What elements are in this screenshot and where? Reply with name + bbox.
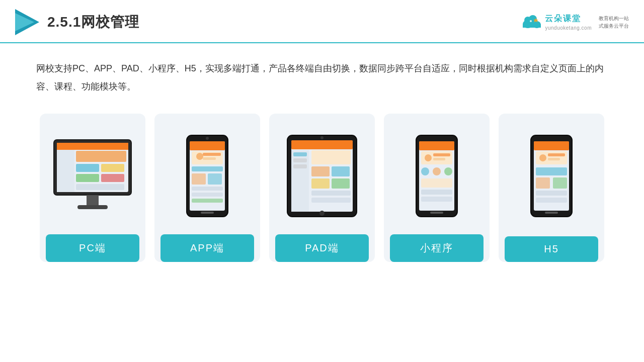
pc-card: PC端 — [40, 114, 145, 262]
pad-tablet-icon — [284, 133, 360, 219]
svg-rect-14 — [76, 164, 99, 172]
svg-rect-33 — [192, 193, 223, 197]
svg-rect-63 — [421, 178, 452, 188]
h5-card: H5 — [499, 114, 604, 262]
svg-rect-27 — [203, 153, 221, 156]
page-title: 2.5.1网校管理 — [47, 13, 139, 32]
h5-label: H5 — [505, 236, 598, 262]
logo-arrow-icon — [15, 9, 39, 35]
svg-rect-31 — [208, 173, 222, 185]
device-cards-container: PC端 — [0, 106, 644, 277]
svg-point-57 — [425, 154, 432, 161]
svg-rect-39 — [291, 140, 353, 149]
brand-area: 云朵课堂 yunduoketang.com 教育机构一站 式服务云平台 — [521, 14, 629, 31]
pc-monitor-icon — [50, 136, 135, 216]
svg-point-60 — [421, 167, 429, 175]
svg-rect-41 — [293, 152, 307, 156]
svg-rect-28 — [203, 157, 216, 160]
brand-url: yunduoketang.com — [545, 25, 592, 31]
pc-label: PC端 — [46, 234, 139, 262]
svg-rect-48 — [332, 178, 350, 189]
brand-slogan: 教育机构一站 式服务云平台 — [599, 15, 629, 30]
svg-rect-29 — [192, 166, 223, 171]
svg-rect-42 — [293, 158, 307, 162]
svg-point-72 — [539, 154, 546, 161]
svg-rect-43 — [293, 164, 307, 168]
svg-rect-66 — [430, 212, 443, 214]
miniprogram-phone-icon — [414, 133, 459, 219]
app-card: APP端 — [154, 114, 260, 262]
brand-logo: 云朵课堂 yunduoketang.com 教育机构一站 式服务云平台 — [521, 14, 629, 31]
h5-image-area — [505, 126, 598, 226]
brand-name: 云朵课堂 — [545, 14, 581, 24]
pc-image-area — [46, 126, 139, 226]
svg-rect-47 — [311, 178, 330, 189]
svg-point-26 — [196, 153, 203, 160]
svg-rect-77 — [553, 177, 567, 189]
svg-rect-58 — [433, 153, 450, 156]
miniprogram-card: 小程序 — [384, 114, 490, 262]
svg-rect-64 — [421, 190, 452, 195]
svg-rect-78 — [536, 191, 567, 196]
svg-rect-65 — [421, 197, 452, 202]
svg-rect-20 — [77, 205, 108, 209]
cloud-icon — [521, 15, 542, 29]
svg-rect-45 — [311, 166, 330, 176]
svg-rect-13 — [76, 151, 126, 162]
svg-rect-16 — [76, 174, 99, 182]
miniprogram-label: 小程序 — [390, 234, 484, 262]
svg-point-23 — [206, 137, 209, 140]
svg-rect-30 — [192, 173, 206, 185]
svg-rect-54 — [428, 136, 445, 140]
svg-rect-50 — [311, 198, 351, 203]
miniprogram-image-area — [390, 126, 484, 226]
description-text: 网校支持PC、APP、PAD、小程序、H5，实现多端打通，产品各终端自由切换，数… — [0, 43, 644, 106]
svg-rect-44 — [311, 150, 351, 164]
svg-rect-49 — [311, 191, 351, 196]
svg-point-8 — [530, 20, 532, 22]
svg-rect-70 — [534, 141, 569, 150]
description-content: 网校支持PC、APP、PAD、小程序、H5，实现多端打通，产品各终端自由切换，数… — [36, 63, 604, 92]
pad-card: PAD端 — [269, 114, 375, 262]
svg-rect-80 — [545, 212, 558, 214]
svg-point-38 — [320, 136, 324, 139]
h5-phone-icon — [529, 133, 574, 219]
svg-rect-75 — [536, 167, 567, 175]
app-image-area — [160, 126, 254, 226]
svg-rect-11 — [57, 143, 128, 150]
app-label: APP端 — [160, 234, 254, 262]
svg-rect-73 — [548, 153, 565, 156]
svg-rect-15 — [101, 164, 124, 172]
svg-rect-35 — [201, 212, 214, 214]
pad-label: PAD端 — [275, 234, 369, 262]
svg-rect-79 — [536, 198, 567, 203]
svg-rect-5 — [523, 24, 541, 28]
page-header: 2.5.1网校管理 云朵课堂 yunduoketang.com 教育机构一站 式… — [0, 0, 644, 43]
svg-rect-55 — [419, 141, 454, 150]
svg-rect-46 — [332, 166, 350, 176]
svg-rect-24 — [190, 141, 225, 150]
pad-image-area — [275, 126, 369, 226]
svg-point-61 — [433, 167, 441, 175]
svg-rect-34 — [192, 199, 223, 203]
header-left: 2.5.1网校管理 — [15, 9, 139, 35]
svg-rect-32 — [192, 187, 223, 191]
svg-rect-76 — [536, 177, 550, 189]
svg-rect-17 — [101, 174, 124, 182]
svg-rect-19 — [87, 195, 99, 206]
svg-rect-12 — [57, 150, 74, 192]
svg-rect-74 — [548, 158, 560, 160]
app-phone-icon — [185, 133, 230, 219]
svg-rect-59 — [433, 158, 445, 160]
svg-rect-69 — [543, 136, 560, 140]
svg-rect-18 — [76, 184, 124, 190]
svg-point-51 — [319, 211, 325, 216]
svg-point-62 — [444, 167, 452, 175]
